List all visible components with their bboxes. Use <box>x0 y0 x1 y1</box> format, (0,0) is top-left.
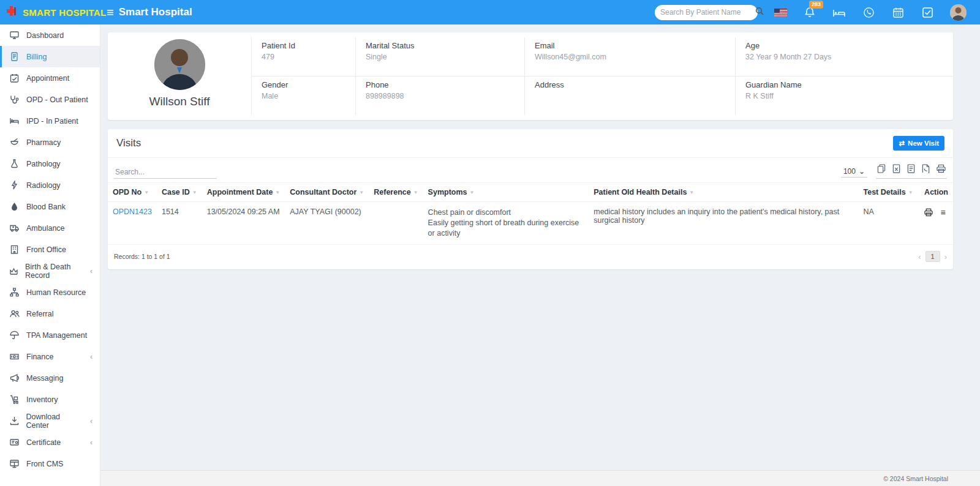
csv-export-icon[interactable] <box>907 164 915 176</box>
column-header-old-health-details[interactable]: Patient Old Health Details▼ <box>589 183 858 202</box>
visits-table-header-row: OPD No▼ Case ID▼ Appointment Date▼ Consu… <box>108 183 953 202</box>
sidebar-item-birth-death-record[interactable]: Birth & Death Record ‹ <box>0 260 100 282</box>
records-count-text: Records: 1 to 1 of 1 <box>114 253 170 260</box>
pagination-page-1[interactable]: 1 <box>925 251 940 262</box>
language-flag-icon[interactable] <box>774 6 787 19</box>
column-header-consultant-doctor[interactable]: Consultant Doctor▼ <box>285 183 369 202</box>
row-details-list-icon[interactable]: ≡ <box>941 207 946 217</box>
patient-field-marital-status: Marital Status Single <box>355 37 524 77</box>
sidebar-item-finance[interactable]: Finance ‹ <box>0 346 100 367</box>
sidebar-item-certificate[interactable]: Certificate ‹ <box>0 432 100 453</box>
sidebar-item-messaging[interactable]: Messaging <box>0 367 100 389</box>
trolley-icon <box>9 395 20 404</box>
dashboard-icon <box>9 31 20 40</box>
sidebar-item-opd[interactable]: OPD - Out Patient <box>0 89 100 110</box>
copy-icon[interactable] <box>877 164 886 176</box>
sidebar-item-ipd[interactable]: IPD - In Patient <box>0 110 100 132</box>
page-size-select[interactable]: 100 ⌄ <box>841 166 867 178</box>
patient-summary-card: Willson Stiff Patient Id 479 Gender Male… <box>108 32 953 120</box>
patient-field-email: Email Willson45@gmil.com <box>524 37 735 77</box>
sidebar-item-dashboard[interactable]: Dashboard <box>0 24 100 46</box>
new-visit-button[interactable]: ⇄ New Visit <box>893 136 944 151</box>
tasks-check-icon[interactable] <box>921 6 934 19</box>
sidebar-item-blood-bank[interactable]: Blood Bank <box>0 196 100 217</box>
sort-icon: ▼ <box>689 190 694 195</box>
sort-icon: ▼ <box>144 190 149 195</box>
sidebar-item-human-resource[interactable]: Human Resource <box>0 282 100 303</box>
sidebar-item-pharmacy[interactable]: Pharmacy <box>0 132 100 153</box>
notifications-bell-icon[interactable]: 283 <box>803 6 816 19</box>
caret-down-icon: ⌄ <box>859 167 865 176</box>
certificate-icon <box>9 438 20 447</box>
sitemap-icon <box>9 288 20 297</box>
column-header-test-details[interactable]: Test Details▼ <box>858 183 919 202</box>
patient-field-patient-id: Patient Id 479 <box>251 37 355 77</box>
sidebar-item-inventory[interactable]: Inventory <box>0 389 100 410</box>
opd-no-link[interactable]: OPDN1423 <box>113 207 152 216</box>
sort-icon: ▼ <box>908 190 913 195</box>
row-print-icon[interactable] <box>924 208 933 217</box>
blood-drop-icon <box>9 202 20 211</box>
chevron-left-icon: ‹ <box>90 438 100 447</box>
patient-name: Willson Stiff <box>149 95 210 108</box>
page-footer: © 2024 Smart Hospital <box>100 470 980 486</box>
building-icon <box>9 245 20 254</box>
sidebar-item-referral[interactable]: Referral <box>0 303 100 324</box>
sort-icon: ▼ <box>413 190 418 195</box>
column-header-reference[interactable]: Reference▼ <box>369 183 423 202</box>
pagination-next-icon[interactable]: › <box>944 252 947 261</box>
users-icon <box>9 309 20 318</box>
money-icon <box>9 352 20 361</box>
top-header-bar: SMART HOSPITAL ≡ Smart Hospital 283 <box>0 0 980 24</box>
pagination-prev-icon[interactable]: ‹ <box>918 252 921 261</box>
column-header-symptoms[interactable]: Symptoms▼ <box>423 183 589 202</box>
beds-icon[interactable] <box>832 6 846 19</box>
chevron-left-icon: ‹ <box>90 267 100 275</box>
search-icon[interactable] <box>755 7 764 18</box>
test-details-cell: NA <box>858 202 919 245</box>
appointment-calendar-icon <box>9 73 20 83</box>
sidebar-item-tpa-management[interactable]: TPA Management <box>0 324 100 346</box>
swap-arrows-icon: ⇄ <box>899 139 905 148</box>
sidebar-item-front-office[interactable]: Front Office <box>0 239 100 260</box>
page-title: Smart Hospital <box>119 6 192 18</box>
sidebar-item-front-cms[interactable]: Front CMS <box>0 453 100 474</box>
app-logo[interactable]: SMART HOSPITAL <box>0 0 100 24</box>
patient-field-guardian-name: Guardian Name R K Stiff <box>735 77 953 116</box>
column-header-appointment-date[interactable]: Appointment Date▼ <box>202 183 285 202</box>
column-header-opd-no[interactable]: OPD No▼ <box>108 183 157 202</box>
patient-search-input[interactable] <box>660 8 755 17</box>
calendar-icon[interactable] <box>891 6 905 19</box>
download-icon <box>9 416 19 425</box>
sidebar-item-ambulance[interactable]: Ambulance <box>0 217 100 239</box>
column-header-case-id[interactable]: Case ID▼ <box>157 183 202 202</box>
user-avatar[interactable] <box>950 4 967 21</box>
symptoms-cell: Chest pain or discomfort Easily getting … <box>423 202 589 245</box>
excel-export-icon[interactable] <box>892 164 900 176</box>
sidebar-item-appointment[interactable]: Appointment <box>0 67 100 89</box>
chevron-left-icon: ‹ <box>90 417 100 425</box>
pdf-export-icon[interactable] <box>922 164 930 176</box>
sidebar-item-download-center[interactable]: Download Center ‹ <box>0 410 100 432</box>
case-id-cell: 1514 <box>157 202 202 245</box>
visits-search-input[interactable] <box>114 166 217 179</box>
hamburger-menu-icon[interactable]: ≡ <box>107 0 114 24</box>
patient-field-age: Age 32 Year 9 Month 27 Days <box>735 37 953 77</box>
copyright-text: © 2024 Smart Hospital <box>883 475 948 482</box>
visits-table: OPD No▼ Case ID▼ Appointment Date▼ Consu… <box>108 182 953 245</box>
sort-icon: ▼ <box>470 190 475 195</box>
old-health-details-cell: medical history includes an inquiry into… <box>589 202 858 245</box>
print-icon[interactable] <box>937 164 946 176</box>
reference-cell <box>369 202 423 245</box>
appointment-date-cell: 13/05/2024 09:25 AM <box>202 202 285 245</box>
sidebar-item-pathology[interactable]: Pathology <box>0 153 100 174</box>
visit-table-row: OPDN1423 1514 13/05/2024 09:25 AM AJAY T… <box>108 202 953 245</box>
bullhorn-icon <box>9 373 20 383</box>
whatsapp-icon[interactable] <box>862 6 875 19</box>
sort-icon: ▼ <box>359 190 364 195</box>
consultant-doctor-cell: AJAY TYAGI (90002) <box>285 202 369 245</box>
sidebar-item-billing[interactable]: Billing <box>0 46 100 67</box>
sidebar-item-radiology[interactable]: Radiology <box>0 174 100 196</box>
export-toolbar <box>876 164 947 179</box>
umbrella-icon <box>9 331 20 340</box>
